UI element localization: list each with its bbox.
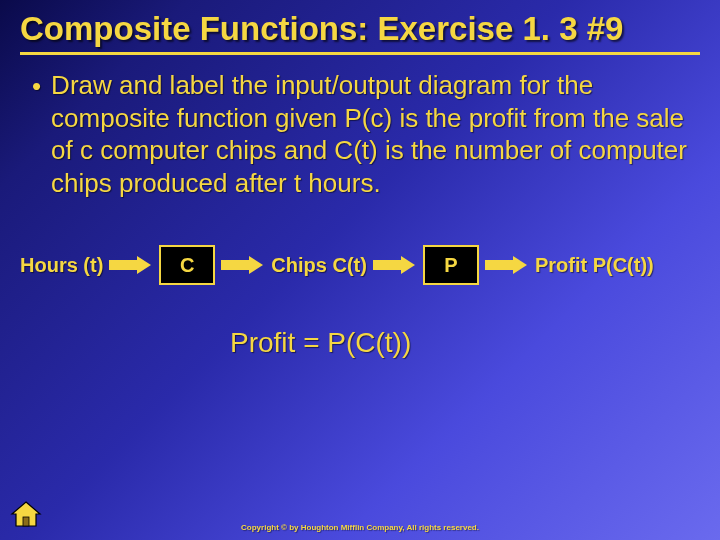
arrow-icon: [109, 256, 153, 274]
arrow-icon: [373, 256, 417, 274]
diagram-input-label: Hours (t): [20, 254, 103, 277]
copyright-text: Copyright © by Houghton Mifflin Company,…: [0, 523, 720, 532]
slide: Composite Functions: Exercise 1. 3 #9 • …: [0, 0, 720, 540]
diagram-output-label: Profit P(C(t)): [535, 254, 654, 277]
bullet-block: • Draw and label the input/output diagra…: [20, 69, 700, 199]
body-text: Draw and label the input/output diagram …: [51, 69, 700, 199]
io-diagram: Hours (t) C Chips C(t) P Profit P(C(t)): [20, 245, 700, 285]
arrow-icon: [485, 256, 529, 274]
equation-text: Profit = P(C(t)): [230, 327, 700, 359]
arrow-icon: [221, 256, 265, 274]
diagram-mid-label: Chips C(t): [271, 254, 367, 277]
function-box-c: C: [159, 245, 215, 285]
slide-title: Composite Functions: Exercise 1. 3 #9: [20, 10, 700, 55]
bullet-marker: •: [32, 71, 41, 102]
function-box-p: P: [423, 245, 479, 285]
